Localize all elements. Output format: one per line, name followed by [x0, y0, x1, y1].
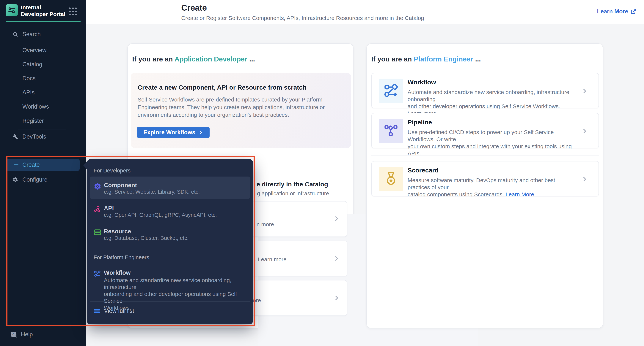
desc-line: Automate and standardize new service onb… [104, 277, 251, 291]
sidebar-item-overview[interactable]: Overview [0, 46, 86, 54]
scorecard-learn-more-link[interactable]: Learn More [506, 191, 534, 197]
app-title: Internal Developer Portal [21, 4, 68, 17]
app-switcher-icon[interactable] [69, 7, 77, 16]
page-subtitle: Create or Register Software Components, … [181, 15, 424, 21]
platform-engineer-card: If you are an Platform Engineer ... Work… [366, 43, 603, 328]
popup-arrow [83, 161, 87, 170]
sidebar-divider [18, 129, 66, 129]
sidebar-item-catalog[interactable]: Catalog [0, 60, 86, 69]
scorecard-row[interactable]: Scorecard Measure software maturity. Dev… [372, 161, 599, 196]
workflow-icon [379, 79, 403, 103]
popup-item-workflow[interactable]: Workflow [104, 269, 130, 276]
sidebar-item-register[interactable]: Register [0, 117, 86, 125]
sidebar-divider [18, 42, 66, 42]
sidebar-item-apis[interactable]: APIs [0, 88, 86, 97]
workflow-title: Workflow [408, 79, 436, 86]
catalog-heading-fragment: e directly in the Catalog [256, 181, 328, 188]
svg-text:?: ? [12, 332, 14, 335]
create-menu-popup: For Developers Component e.g. Service, W… [87, 159, 253, 324]
component-gear-icon [94, 182, 102, 190]
chevron-right-icon[interactable] [581, 88, 588, 94]
sidebar-item-help[interactable]: ? Help [0, 330, 86, 339]
chevron-right-icon[interactable] [581, 128, 588, 134]
page-title: Create [181, 3, 207, 13]
popup-item-api[interactable]: API [104, 205, 114, 212]
external-link-icon [630, 8, 636, 14]
title-suffix: ... [473, 55, 481, 63]
wrench-icon [12, 134, 18, 140]
pipeline-icon [379, 119, 403, 143]
sidebar-item-configure[interactable]: Configure [0, 175, 86, 184]
explore-workflows-label: Explore Workflows [144, 129, 196, 136]
sidebar-item-docs[interactable]: Docs [0, 74, 86, 82]
title-role-application-developer: Application Developer [174, 55, 248, 63]
sidebar-item-label: Docs [22, 75, 36, 82]
title-prefix: If you are an [132, 55, 174, 63]
popup-item-component-subtitle: e.g. Service, Website, Library, SDK, etc… [104, 189, 200, 195]
help-chat-icon: ? [10, 331, 18, 339]
sidebar-accent-divider [6, 21, 80, 22]
catalog-row-1-text-fragment: n more [256, 221, 274, 228]
gear-icon [12, 177, 18, 183]
desc-line: catalog components using Scorecards. [408, 191, 506, 197]
desc-line: Use pre-defined CI/CD steps to power up … [408, 129, 574, 143]
search-icon [12, 31, 18, 37]
workflow-description: Automate and standardize new service onb… [408, 89, 574, 117]
title-prefix: If you are an [371, 55, 414, 63]
desc-line: Automate and standardize new service onb… [408, 89, 574, 103]
list-icon [94, 308, 100, 314]
sidebar-item-workflows[interactable]: Workflows [0, 103, 86, 111]
desc-line: onboarding and other developer operation… [104, 291, 251, 304]
view-full-list-label: View full list [104, 308, 134, 314]
sidebar-item-label: Search [22, 31, 41, 38]
pipeline-description: Use pre-defined CI/CD steps to power up … [408, 129, 574, 157]
popup-item-api-subtitle: e.g. OpenAPI, GraphQL, gRPC, AsyncAPI, e… [104, 212, 217, 218]
pipeline-title: Pipeline [408, 119, 432, 126]
popup-item-resource[interactable]: Resource [104, 228, 131, 235]
sidebar-item-label: Create [22, 162, 40, 168]
view-full-list-item[interactable]: View full list [94, 308, 134, 314]
create-from-scratch-panel: Create a new Component, API or Resource … [131, 73, 351, 148]
popup-item-resource-subtitle: e.g. Database, Cluster, Bucket, etc. [104, 235, 189, 241]
pipeline-row[interactable]: Pipeline Use pre-defined CI/CD steps to … [372, 113, 599, 149]
popup-divider [90, 301, 250, 302]
chevron-right-icon[interactable] [333, 215, 340, 222]
sidebar-item-devtools[interactable]: DevTools [0, 133, 86, 141]
chevron-right-icon[interactable] [333, 255, 340, 262]
learn-more-link[interactable]: Learn More [597, 8, 636, 15]
resource-stack-icon [94, 228, 102, 236]
desc-line: your own custom steps and integrate with… [408, 143, 572, 157]
catalog-row-3-text-fragment: ore [253, 297, 261, 304]
scorecard-medal-icon [379, 167, 403, 191]
scratch-description: Self Service Workflows are pre-defined t… [138, 96, 344, 119]
workflow-icon [94, 270, 102, 278]
api-icon [94, 205, 102, 213]
platform-card-title: If you are an Platform Engineer ... [371, 55, 481, 63]
title-suffix: ... [248, 55, 255, 63]
plus-icon [13, 162, 19, 168]
popup-workflow-description: Automate and standardize new service onb… [104, 277, 251, 311]
explore-workflows-button[interactable]: Explore Workflows [137, 127, 210, 138]
workflow-row[interactable]: Workflow Automate and standardize new se… [372, 73, 599, 108]
chevron-right-icon[interactable] [581, 176, 588, 182]
scorecard-title: Scorecard [408, 167, 438, 174]
popup-section-developers: For Developers [94, 168, 130, 174]
title-role-platform-engineer: Platform Engineer [414, 55, 473, 63]
row-divider [372, 155, 599, 156]
popup-item-component[interactable]: Component [104, 182, 137, 189]
sidebar-item-label: Register [22, 118, 44, 124]
app-root: Create Create or Register Software Compo… [0, 0, 644, 346]
app-logo-icon [6, 4, 18, 16]
developer-card-title: If you are an Application Developer ... [132, 55, 255, 63]
sidebar-item-label: APIs [22, 89, 34, 96]
sidebar-item-label: Catalog [22, 61, 42, 68]
chevron-right-icon[interactable] [333, 295, 340, 301]
sidebar-item-create[interactable]: Create [6, 159, 80, 171]
sidebar-item-search[interactable]: Search [0, 30, 86, 38]
sidebar-item-label: DevTools [22, 133, 46, 140]
popup-section-platform-engineers: For Platform Engineers [94, 254, 149, 261]
page-header: Create Create or Register Software Compo… [86, 0, 644, 24]
scratch-heading: Create a new Component, API or Resource … [138, 84, 306, 91]
desc-line: Measure software maturity. DevOps maturi… [408, 177, 574, 191]
catalog-row-2-text-fragment: l. Learn more [254, 256, 286, 263]
